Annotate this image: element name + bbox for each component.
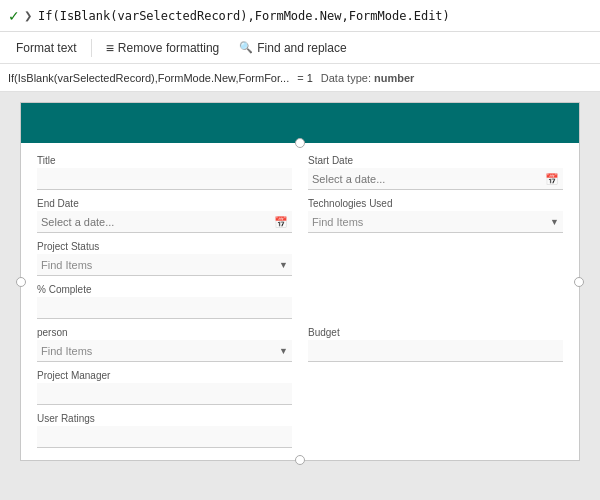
person-select[interactable]: Find Items (37, 340, 292, 362)
field-project-status: Project Status Find Items ▼ (37, 241, 292, 276)
start-date-label: Start Date (308, 155, 563, 166)
formula-icons: ✓ ❯ (8, 8, 32, 24)
field-project-manager: Project Manager (37, 370, 292, 405)
project-status-wrapper: Find Items ▼ (37, 254, 292, 276)
budget-label: Budget (308, 327, 563, 338)
project-status-label: Project Status (37, 241, 292, 252)
format-icon: ≡ (106, 40, 114, 56)
form-container: Title Start Date 📅 End Date � (20, 102, 580, 461)
user-ratings-input[interactable] (37, 426, 292, 448)
pct-complete-label: % Complete (37, 284, 292, 295)
find-replace-button[interactable]: 🔍 Find and replace (231, 38, 354, 58)
end-date-label: End Date (37, 198, 292, 209)
accept-icon[interactable]: ✓ (8, 8, 20, 24)
budget-input[interactable] (308, 340, 563, 362)
start-date-wrapper: 📅 (308, 168, 563, 190)
handle-bottom[interactable] (295, 455, 305, 465)
handle-left[interactable] (16, 277, 26, 287)
field-end-date: End Date 📅 (37, 198, 292, 233)
field-title: Title (37, 155, 292, 190)
title-input[interactable] (37, 168, 292, 190)
technologies-select[interactable]: Find Items (308, 211, 563, 233)
datatype-value: number (374, 72, 414, 84)
field-empty-3 (308, 370, 563, 405)
remove-formatting-label: Remove formatting (118, 41, 219, 55)
datatype-label: Data type: (321, 72, 371, 84)
start-date-input[interactable] (308, 168, 563, 190)
project-manager-label: Project Manager (37, 370, 292, 381)
remove-formatting-button[interactable]: ≡ Remove formatting (98, 37, 228, 59)
field-technologies-used: Technologies Used Find Items ▼ (308, 198, 563, 233)
status-bar: If(IsBlank(varSelectedRecord),FormMode.N… (0, 64, 600, 92)
calendar-icon-2: 📅 (274, 216, 288, 229)
field-empty-1 (308, 241, 563, 276)
form-body: Title Start Date 📅 End Date � (21, 143, 579, 460)
format-text-label: Format text (16, 41, 77, 55)
format-text-button[interactable]: Format text (8, 38, 85, 58)
search-icon: 🔍 (239, 41, 253, 54)
form-grid: Title Start Date 📅 End Date � (37, 155, 563, 448)
field-empty-4 (308, 413, 563, 448)
user-ratings-label: User Ratings (37, 413, 292, 424)
expand-icon[interactable]: ❯ (24, 10, 32, 21)
field-user-ratings: User Ratings (37, 413, 292, 448)
end-date-input[interactable] (37, 211, 292, 233)
status-formula-text: If(IsBlank(varSelectedRecord),FormMode.N… (8, 72, 289, 84)
technologies-select-wrapper: Find Items ▼ (308, 211, 563, 233)
status-equals: = 1 (297, 72, 313, 84)
canvas-area: Title Start Date 📅 End Date � (0, 92, 600, 500)
project-manager-input[interactable] (37, 383, 292, 405)
find-replace-label: Find and replace (257, 41, 346, 55)
formula-bar: ✓ ❯ (0, 0, 600, 32)
person-select-wrapper: Find Items ▼ (37, 340, 292, 362)
form-header (21, 103, 579, 143)
field-person: person Find Items ▼ (37, 327, 292, 362)
handle-right[interactable] (574, 277, 584, 287)
field-start-date: Start Date 📅 (308, 155, 563, 190)
toolbar-separator-1 (91, 39, 92, 57)
project-status-select[interactable]: Find Items (37, 254, 292, 276)
formula-input[interactable] (38, 9, 592, 23)
field-pct-complete: % Complete (37, 284, 292, 319)
end-date-wrapper: 📅 (37, 211, 292, 233)
status-datatype: Data type: number (321, 72, 415, 84)
person-label: person (37, 327, 292, 338)
technologies-label: Technologies Used (308, 198, 563, 209)
pct-complete-input[interactable] (37, 297, 292, 319)
calendar-icon: 📅 (545, 173, 559, 186)
field-budget: Budget (308, 327, 563, 362)
title-label: Title (37, 155, 292, 166)
field-empty-2 (308, 284, 563, 319)
toolbar: Format text ≡ Remove formatting 🔍 Find a… (0, 32, 600, 64)
header-handle-bottom[interactable] (295, 138, 305, 148)
